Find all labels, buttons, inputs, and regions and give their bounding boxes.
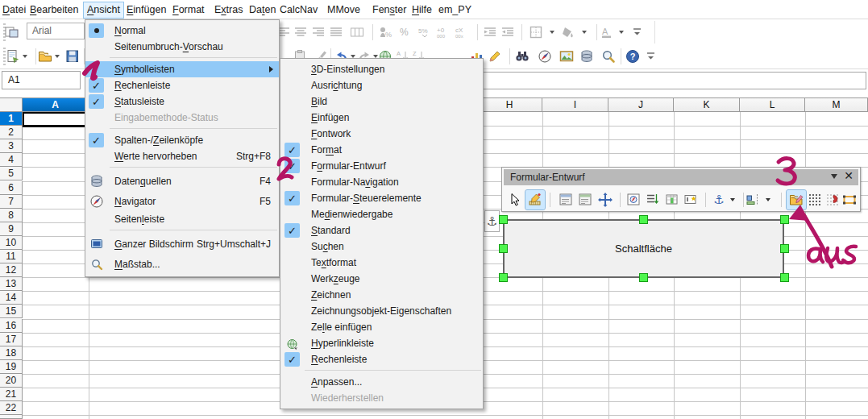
row-header-11[interactable]: 11: [0, 250, 23, 263]
toolbar-icon-toolbar-overflow-icon[interactable]: [627, 23, 646, 42]
row-header-23[interactable]: [0, 415, 23, 419]
submenu-item-einfügen[interactable]: Einfügen: [280, 110, 483, 126]
selection-handle-2[interactable]: [780, 215, 789, 224]
toolbar-icon-currency-format-icon[interactable]: %: [376, 23, 395, 42]
view-menu-item-symbolleisten[interactable]: Symbolleisten: [85, 61, 279, 77]
font-name-combo[interactable]: Arial: [27, 23, 85, 39]
toolbar-icon-caret-icon[interactable]: [15, 47, 35, 66]
view-menu-item-statusleiste[interactable]: ✓Statusleiste: [85, 93, 279, 110]
form-design-titlebar[interactable]: Formular-Entwurf: [504, 169, 858, 185]
submenu-item-fontwork[interactable]: Fontwork: [280, 126, 483, 142]
column-row-corner[interactable]: [0, 97, 23, 112]
row-header-13[interactable]: 13: [0, 277, 23, 291]
name-box[interactable]: A1: [2, 71, 81, 89]
column-header-j[interactable]: J: [608, 97, 674, 112]
row-header-19[interactable]: 19: [0, 360, 23, 374]
anchor-caret-icon[interactable]: [730, 198, 735, 201]
view-menu-item-datenquellen[interactable]: DatenquellenF4: [85, 171, 279, 191]
row-header-14[interactable]: 14: [0, 291, 23, 305]
design-mode-on-off-button[interactable]: [787, 190, 806, 210]
submenu-item-hyperlinkleiste[interactable]: Hyperlinkleiste: [280, 335, 483, 351]
automatic-control-focus-button[interactable]: [681, 190, 700, 210]
submenu-item-zeichnen[interactable]: Zeichnen: [280, 287, 483, 303]
submenu-item-suchen[interactable]: Suchen: [280, 239, 483, 255]
menubar-item-daten[interactable]: Daten: [246, 2, 279, 18]
toolbar-icon-add-decimal-icon[interactable]: +0000: [434, 23, 453, 42]
row-header-4[interactable]: 4: [0, 153, 23, 167]
submenu-item-formular-navigation[interactable]: Formular-Navigation: [280, 174, 483, 190]
toolbar-icon-align-center-icon[interactable]: [291, 23, 310, 42]
form-properties-button[interactable]: [575, 190, 595, 210]
toolbar-icon-merge-cells-icon[interactable]: [347, 23, 367, 42]
row-header-8[interactable]: 8: [0, 209, 23, 222]
row-header-10[interactable]: 10: [0, 236, 23, 250]
selected-cell-a1[interactable]: [23, 112, 89, 128]
row-header-3[interactable]: 3: [0, 139, 23, 153]
column-header-i[interactable]: I: [542, 97, 608, 112]
submenu-item-ausrichtung[interactable]: Ausrichtung: [280, 77, 483, 93]
anchor-button[interactable]: ⚓: [709, 190, 729, 210]
form-navigator-button[interactable]: [624, 190, 643, 210]
view-menu-item-seitenleiste[interactable]: Seitenleiste: [85, 211, 279, 227]
menubar-item-datei[interactable]: Datei: [0, 2, 29, 18]
toolbar-icon-percent-format-icon[interactable]: %: [396, 23, 415, 42]
view-menu-item-navigator[interactable]: NavigatorF5: [85, 191, 279, 211]
toolbar-icon-save-icon[interactable]: [63, 47, 82, 66]
column-header-a[interactable]: A: [23, 97, 89, 112]
submenu-item-werkzeuge[interactable]: Werkzeuge: [280, 271, 483, 287]
menubar-item-mmove[interactable]: MMove: [324, 2, 363, 18]
position-size-button[interactable]: [596, 190, 615, 210]
menubar-item-fenster[interactable]: Fenster: [369, 2, 409, 18]
submenu-item-rechenleiste[interactable]: ✓Rechenleiste: [280, 351, 483, 367]
menubar-item-ansicht[interactable]: Ansicht: [84, 2, 123, 18]
selection-handle-1[interactable]: [639, 215, 648, 224]
view-menu-item-normal[interactable]: Normal: [85, 23, 279, 39]
selection-handle-6[interactable]: [639, 273, 648, 282]
menubar-item-extras[interactable]: Extras: [211, 2, 246, 18]
view-menu-item-werte-hervorheben[interactable]: Werte hervorhebenStrg+F8: [85, 148, 279, 164]
row-header-12[interactable]: 12: [0, 263, 23, 277]
submenu-item-wiederherstellen[interactable]: Wiederherstellen: [280, 390, 483, 406]
view-menu-item-eingabemethode-status[interactable]: Eingabemethode-Status: [85, 110, 279, 126]
toolbar-icon-image-icon[interactable]: [557, 47, 576, 66]
toolbar-icon-align-right-icon[interactable]: [309, 23, 328, 42]
toolbar-icon-decrease-indent-icon[interactable]: [498, 23, 517, 42]
toolbar-icon-zoom-icon[interactable]: [599, 47, 618, 66]
display-grid-button[interactable]: [805, 190, 824, 210]
toolbar-icon-navigator-icon[interactable]: [535, 47, 554, 66]
view-menu-item-ganzer-bildschirm[interactable]: Ganzer BildschirmStrg+Umschalt+J: [85, 234, 279, 254]
row-header-17[interactable]: 17: [0, 333, 23, 346]
menubar-item-bearbeiten[interactable]: Bearbeiten: [27, 2, 81, 18]
submenu-item-3d-einstellungen[interactable]: 3D-Einstellungen: [280, 61, 483, 77]
menubar-item-em-py[interactable]: em_PY: [435, 2, 475, 18]
toolbar-icon-draw-functions-icon[interactable]: [485, 47, 505, 66]
row-header-5[interactable]: 5: [0, 167, 23, 180]
row-header-15[interactable]: 15: [0, 305, 23, 318]
row-header-20[interactable]: 20: [0, 374, 23, 388]
submenu-item-zelle-einfügen[interactable]: Zelle einfügen: [280, 319, 483, 335]
submenu-item-anpassen-[interactable]: Anpassen...: [280, 374, 483, 390]
close-icon[interactable]: ✕: [842, 169, 855, 182]
row-header-9[interactable]: 9: [0, 222, 23, 236]
row-header-16[interactable]: 16: [0, 319, 23, 333]
activation-order-button[interactable]: [642, 190, 662, 210]
view-menu-item-maßstab-[interactable]: Maßstab...: [85, 254, 279, 274]
submenu-item-formular-steuerelemente[interactable]: ✓Formular-Steuerelemente: [280, 190, 483, 206]
row-header-1[interactable]: 1: [0, 112, 23, 126]
toolbar-icon-number-format-icon[interactable]: 5%: [415, 23, 434, 42]
view-menu-item-spalten-zeilenköpfe[interactable]: ✓Spalten-/Zeilenköpfe: [85, 132, 279, 148]
row-header-22[interactable]: 22: [0, 401, 23, 415]
toolbar-icon-caret-icon[interactable]: [575, 23, 594, 42]
add-field-button[interactable]: [662, 190, 682, 210]
row-header-2[interactable]: 2: [0, 126, 23, 139]
selection-handle-7[interactable]: [780, 273, 789, 282]
menubar-item-calcnav[interactable]: CalcNav: [276, 2, 321, 18]
control-properties-button[interactable]: [556, 190, 575, 210]
submenu-item-formular-entwurf[interactable]: ✓Formular-Entwurf: [280, 158, 483, 174]
view-menu-item-seitenumbruch-vorschau[interactable]: Seitenumbruch-Vorschau: [85, 39, 279, 55]
toolbar-icon-delete-decimal-icon[interactable]: cX00x: [452, 23, 471, 42]
row-header-21[interactable]: 21: [0, 388, 23, 401]
selection-handle-5[interactable]: [499, 273, 508, 282]
row-header-7[interactable]: 7: [0, 195, 23, 209]
form-push-button[interactable]: Schaltfläche: [503, 219, 784, 278]
